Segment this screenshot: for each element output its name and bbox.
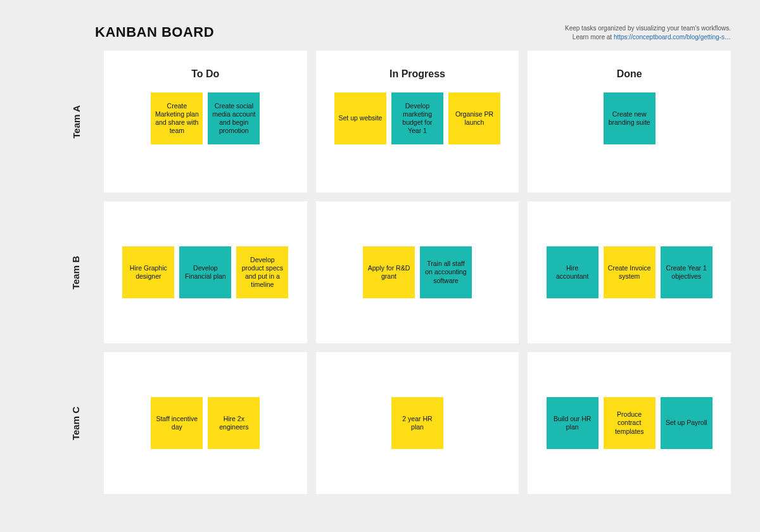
cell-a-done[interactable]: Done Create new branding suite	[528, 51, 731, 193]
kanban-card[interactable]: Set up website	[334, 92, 386, 144]
hint-line-2: Learn more at https://conceptboard.com/b…	[565, 33, 731, 42]
cell-c-todo[interactable]: Staff incentive dayHire 2x engineers	[104, 352, 307, 494]
kanban-card[interactable]: Develop Financial plan	[179, 246, 231, 298]
cards: 2 year HR plan	[316, 352, 519, 494]
kanban-card[interactable]: Staff incentive day	[151, 397, 203, 449]
kanban-board: Team A To Do Create Marketing plan and s…	[0, 51, 760, 519]
kanban-card[interactable]: Develop marketing budget for Year 1	[391, 92, 443, 144]
kanban-card[interactable]: Set up Payroll	[661, 397, 712, 449]
kanban-card[interactable]: Build our HR plan	[547, 397, 598, 449]
kanban-card[interactable]: Create new branding suite	[604, 92, 656, 144]
row-header-team-b: Team B	[57, 201, 95, 343]
hint-link[interactable]: https://conceptboard.com/blog/getting-s…	[614, 34, 731, 41]
row-header-team-a: Team A	[57, 51, 95, 193]
cell-a-todo[interactable]: To Do Create Marketing plan and share wi…	[104, 51, 307, 193]
cell-c-inprogress[interactable]: 2 year HR plan	[316, 352, 519, 494]
cards: Set up websiteDevelop marketing budget f…	[316, 86, 519, 193]
cards: Staff incentive dayHire 2x engineers	[104, 352, 307, 494]
hint-line-1: Keep tasks organized by visualizing your…	[565, 24, 731, 33]
col-header-inprogress: In Progress	[316, 51, 519, 86]
cards: Build our HR planProduce contract templa…	[528, 352, 731, 494]
col-header-todo: To Do	[104, 51, 307, 86]
cell-b-inprogress[interactable]: Apply for R&D grantTrain all staff on ac…	[316, 201, 519, 343]
row-label: Team B	[70, 255, 81, 289]
row-header-team-c: Team C	[57, 352, 95, 494]
cards: Apply for R&D grantTrain all staff on ac…	[316, 201, 519, 343]
kanban-card[interactable]: Hire 2x engineers	[208, 397, 260, 449]
kanban-card[interactable]: Hire accountant	[547, 246, 598, 298]
page-title: KANBAN BOARD	[95, 24, 214, 41]
kanban-card[interactable]: Create Marketing plan and share with tea…	[151, 92, 203, 144]
cell-c-done[interactable]: Build our HR planProduce contract templa…	[528, 352, 731, 494]
cards: Hire Graphic designerDevelop Financial p…	[104, 201, 307, 343]
kanban-card[interactable]: Create social media account and begin pr…	[208, 92, 260, 144]
kanban-card[interactable]: Produce contract templates	[604, 397, 656, 449]
kanban-card[interactable]: 2 year HR plan	[391, 397, 443, 449]
cell-b-done[interactable]: Hire accountantCreate Invoice systemCrea…	[528, 201, 731, 343]
kanban-card[interactable]: Organise PR launch	[448, 92, 500, 144]
cards: Create Marketing plan and share with tea…	[104, 86, 307, 193]
kanban-card[interactable]: Create Invoice system	[604, 246, 656, 298]
kanban-card[interactable]: Develop product specs and put in a timel…	[236, 246, 288, 298]
header: KANBAN BOARD Keep tasks organized by vis…	[0, 0, 760, 51]
kanban-card[interactable]: Apply for R&D grant	[363, 246, 415, 298]
hint-prefix: Learn more at	[573, 34, 614, 41]
row-label: Team C	[70, 406, 81, 440]
cell-a-inprogress[interactable]: In Progress Set up websiteDevelop market…	[316, 51, 519, 193]
row-label: Team A	[70, 105, 81, 139]
cards: Hire accountantCreate Invoice systemCrea…	[528, 201, 731, 343]
hint-text: Keep tasks organized by visualizing your…	[565, 24, 731, 42]
kanban-card[interactable]: Hire Graphic designer	[122, 246, 174, 298]
col-header-done: Done	[528, 51, 731, 86]
cell-b-todo[interactable]: Hire Graphic designerDevelop Financial p…	[104, 201, 307, 343]
cards: Create new branding suite	[528, 86, 731, 193]
kanban-card[interactable]: Create Year 1 objectives	[661, 246, 712, 298]
kanban-card[interactable]: Train all staff on accounting software	[420, 246, 472, 298]
